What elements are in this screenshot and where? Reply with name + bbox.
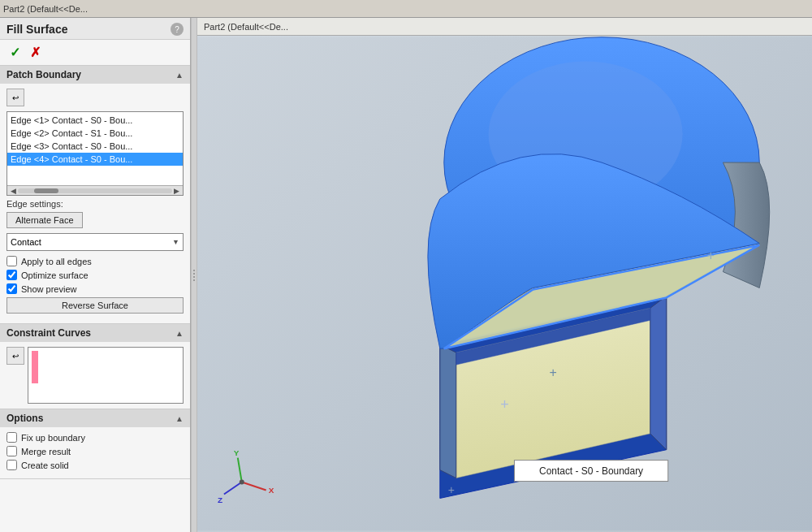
constraint-curves-chevron: ▲ (175, 329, 184, 338)
fix-up-boundary-checkbox[interactable] (6, 432, 17, 443)
merge-result-checkbox[interactable] (6, 446, 17, 456)
optimize-surface-row: Optimize surface (6, 270, 184, 280)
options-label: Options (6, 413, 43, 424)
merge-result-label: Merge result (21, 447, 71, 456)
scene-container[interactable]: + + + + + Contact - S0 - Boundary X Y (197, 36, 812, 532)
create-solid-row: Create solid (6, 460, 184, 470)
constraint-curves-content: ↩ (0, 342, 190, 409)
constraint-curves-section: Constraint Curves ▲ ↩ (0, 324, 190, 409)
boundary-scrollbar[interactable]: ◀ ▶ (7, 185, 183, 195)
merge-result-row: Merge result (6, 446, 184, 456)
cancel-button[interactable]: ✗ (27, 43, 44, 62)
panel-title: Fill Surface (6, 23, 67, 36)
dropdown-row: Contact ▼ (6, 233, 184, 251)
constraint-curves-header[interactable]: Constraint Curves ▲ (0, 324, 190, 342)
main-layout: Fill Surface ? ✓ ✗ Patch Boundary ▲ ↩ Ed… (0, 18, 812, 532)
apply-all-edges-label: Apply to all edges (21, 257, 92, 266)
left-panel: Fill Surface ? ✓ ✗ Patch Boundary ▲ ↩ Ed… (0, 18, 191, 532)
curves-icon-col: ↩ (6, 347, 24, 404)
scrollbar-thumb (34, 188, 58, 193)
accept-cancel-row: ✓ ✗ (0, 40, 190, 66)
curves-pink-indicator (32, 351, 38, 383)
show-preview-label: Show preview (21, 284, 76, 294)
scroll-right-icon[interactable]: ▶ (172, 187, 181, 195)
patch-boundary-section: Patch Boundary ▲ ↩ Edge <1> Contact - S0… (0, 66, 190, 324)
add-edge-icon[interactable]: ↩ (6, 89, 24, 106)
dropdown-value: Contact (11, 237, 41, 247)
svg-text:Y: Y (234, 448, 240, 457)
viewport[interactable]: Part2 (Default<<De... (197, 18, 812, 532)
curves-list[interactable] (28, 347, 184, 404)
svg-text:+: + (448, 483, 455, 496)
optimize-surface-checkbox[interactable] (6, 270, 17, 280)
optimize-surface-label: Optimize surface (21, 270, 89, 280)
create-solid-label: Create solid (21, 461, 69, 470)
svg-point-25 (240, 480, 244, 485)
boundary-item-2[interactable]: Edge <2> Contact - S1 - Bou... (7, 127, 183, 140)
create-solid-checkbox[interactable] (6, 460, 17, 470)
add-edge-row: ↩ (6, 89, 184, 106)
boundary-list: Edge <1> Contact - S0 - Bou... Edge <2> … (7, 112, 183, 185)
contact-dropdown[interactable]: Contact ▼ (6, 233, 184, 251)
add-curve-icon[interactable]: ↩ (6, 347, 24, 365)
fix-up-boundary-row: Fix up boundary (6, 432, 184, 443)
dropdown-arrow-icon: ▼ (172, 238, 179, 246)
viewport-breadcrumb: Part2 (Default<<De... (204, 22, 288, 32)
help-icon[interactable]: ? (171, 23, 184, 36)
svg-text:X: X (269, 486, 274, 495)
options-content: Fix up boundary Merge result Create soli… (0, 427, 190, 478)
accept-button[interactable]: ✓ (6, 43, 24, 62)
show-preview-checkbox[interactable] (6, 283, 17, 294)
svg-text:Contact - S0 - Boundary: Contact - S0 - Boundary (539, 465, 643, 477)
fix-up-boundary-label: Fix up boundary (21, 433, 85, 443)
apply-all-edges-checkbox[interactable] (6, 256, 17, 266)
scrollbar-track[interactable] (18, 188, 172, 193)
alternate-face-button[interactable]: Alternate Face (6, 212, 83, 228)
boundary-item-1[interactable]: Edge <1> Contact - S0 - Bou... (7, 114, 183, 127)
boundary-item-3[interactable]: Edge <3> Contact - S0 - Bou... (7, 140, 183, 153)
viewport-header: Part2 (Default<<De... (197, 18, 812, 36)
scene-svg: + + + + + Contact - S0 - Boundary X Y (197, 36, 812, 532)
options-chevron: ▲ (175, 414, 184, 423)
resize-dots (193, 270, 195, 281)
boundary-item-4[interactable]: Edge <4> Contact - S0 - Bou... (7, 153, 183, 166)
top-toolbar: Part2 (Default<<De... (0, 0, 812, 18)
options-header[interactable]: Options ▲ (0, 409, 190, 427)
apply-all-edges-row: Apply to all edges (6, 256, 184, 266)
svg-text:+: + (500, 396, 508, 413)
options-section: Options ▲ Fix up boundary Merge result C… (0, 409, 190, 479)
scroll-left-icon[interactable]: ◀ (9, 187, 18, 195)
show-preview-row: Show preview (6, 283, 184, 294)
boundary-list-container: Edge <1> Contact - S0 - Bou... Edge <2> … (6, 111, 184, 196)
patch-boundary-content: ↩ Edge <1> Contact - S0 - Bou... Edge <2… (0, 84, 190, 323)
edge-settings-label: Edge settings: (6, 199, 184, 209)
panel-header: Fill Surface ? (0, 18, 190, 40)
svg-marker-6 (440, 344, 456, 478)
svg-text:Z: Z (218, 495, 222, 504)
patch-boundary-header[interactable]: Patch Boundary ▲ (0, 66, 190, 84)
breadcrumb-text: Part2 (Default<<De... (3, 4, 88, 14)
resize-handle[interactable] (191, 18, 197, 532)
reverse-surface-button[interactable]: Reverse Surface (6, 297, 184, 314)
patch-boundary-label: Patch Boundary (6, 69, 81, 80)
patch-boundary-chevron: ▲ (175, 71, 184, 80)
svg-text:+: + (550, 365, 557, 379)
svg-marker-7 (650, 296, 667, 449)
svg-text:+: + (707, 249, 715, 262)
constraint-curves-box: ↩ (6, 347, 184, 404)
constraint-curves-label: Constraint Curves (6, 327, 91, 339)
